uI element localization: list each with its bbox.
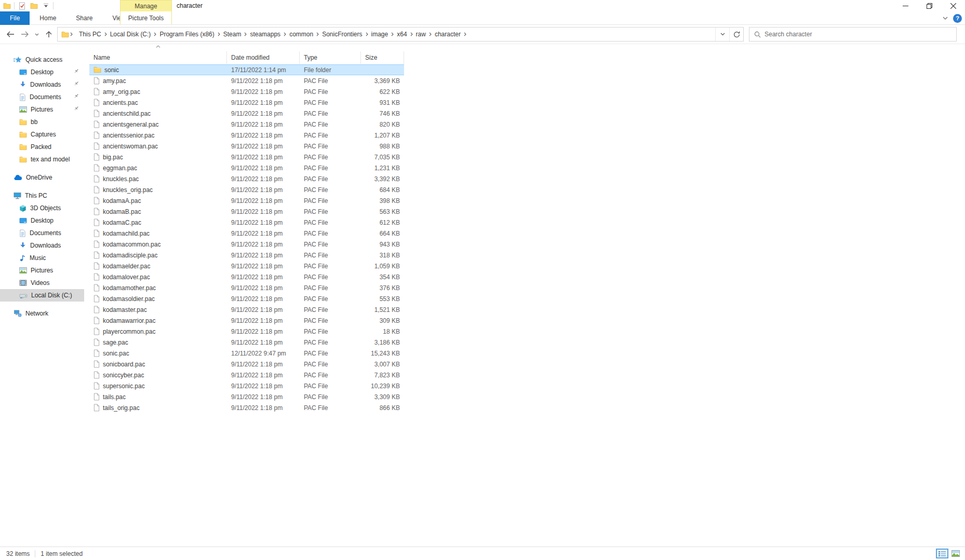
sidebar-item-local-disk-c-[interactable]: Local Disk (C:) [0,289,84,302]
file-row[interactable]: knuckles_orig.pac9/11/2022 1:18 pmPAC Fi… [89,184,404,195]
chevron-right-icon[interactable] [283,32,287,36]
tab-share[interactable]: Share [66,11,102,25]
recent-locations-icon[interactable] [33,28,41,40]
file-row[interactable]: amy.pac9/11/2022 1:18 pmPAC File3,369 KB [89,75,404,86]
sidebar-item-network[interactable]: Network [0,307,84,320]
file-row[interactable]: kodamadisciple.pac9/11/2022 1:18 pmPAC F… [89,250,404,261]
file-row[interactable]: sonic.pac12/11/2022 9:47 pmPAC File15,24… [89,348,404,359]
sidebar-item-videos[interactable]: Videos [0,277,84,289]
breadcrumb-item[interactable]: Local Disk (C:) [108,31,153,38]
address-bar[interactable]: This PCLocal Disk (C:)Program Files (x86… [57,27,744,42]
breadcrumb-item[interactable]: common [287,31,315,38]
breadcrumb-item[interactable]: raw [414,31,428,38]
file-row[interactable]: kodamalover.pac9/11/2022 1:18 pmPAC File… [89,271,404,282]
breadcrumb-item[interactable]: image [369,31,391,38]
breadcrumb-item[interactable]: SonicFrontiers [320,31,364,38]
sidebar-item-this-pc[interactable]: This PC [0,189,84,202]
sidebar-item-music[interactable]: Music [0,252,84,264]
sidebar-item-pictures[interactable]: Pictures [0,103,84,116]
minimize-button[interactable] [893,0,917,11]
column-header-size[interactable]: Size [361,51,404,64]
properties-check-icon[interactable] [17,1,26,10]
column-header-type[interactable]: Type [300,51,361,64]
tab-file[interactable]: File [0,11,30,25]
file-row[interactable]: kodamaA.pac9/11/2022 1:18 pmPAC File398 … [89,195,404,206]
sidebar-item-documents[interactable]: Documents [0,227,84,239]
sidebar-item-documents[interactable]: Documents [0,91,84,103]
folder-icon[interactable] [2,1,11,10]
customize-toolbar-arrow-icon[interactable] [41,1,50,10]
help-icon[interactable]: ? [953,14,962,23]
sidebar-item-tex-and-model[interactable]: tex and model [0,153,84,166]
sidebar-item-desktop[interactable]: Desktop [0,66,84,78]
file-row[interactable]: playercommon.pac9/11/2022 1:18 pmPAC Fil… [89,326,404,337]
file-row[interactable]: kodamaB.pac9/11/2022 1:18 pmPAC File563 … [89,206,404,217]
column-header-date-modified[interactable]: Date modified [227,51,300,64]
breadcrumb-item[interactable]: This PC [77,31,103,38]
file-row[interactable]: kodamawarrior.pac9/11/2022 1:18 pmPAC Fi… [89,315,404,326]
breadcrumb-item[interactable]: x64 [395,31,409,38]
file-row[interactable]: ancients.pac9/11/2022 1:18 pmPAC File931… [89,97,404,108]
file-row[interactable]: knuckles.pac9/11/2022 1:18 pmPAC File3,3… [89,173,404,184]
chevron-right-icon[interactable] [390,32,395,36]
file-row[interactable]: kodamacommon.pac9/11/2022 1:18 pmPAC Fil… [89,239,404,250]
address-dropdown-icon[interactable] [715,28,729,41]
file-row[interactable]: tails_orig.pac9/11/2022 1:18 pmPAC File8… [89,402,404,413]
file-row[interactable]: ancientssenior.pac9/11/2022 1:18 pmPAC F… [89,130,404,141]
file-row[interactable]: sonic17/11/2022 1:14 pmFile folder [89,64,404,75]
sidebar-item-onedrive[interactable]: OneDrive [0,171,84,184]
chevron-right-icon[interactable] [153,32,157,36]
sidebar-item-3d-objects[interactable]: 3D Objects [0,202,84,214]
close-button[interactable] [941,0,965,11]
back-button[interactable] [4,28,17,40]
file-row[interactable]: ancientschild.pac9/11/2022 1:18 pmPAC Fi… [89,108,404,119]
sidebar-item-quick-access[interactable]: Quick access [0,53,84,66]
sidebar-item-packed[interactable]: Packed [0,141,84,153]
file-row[interactable]: kodamasoldier.pac9/11/2022 1:18 pmPAC Fi… [89,293,404,304]
breadcrumb-item[interactable]: Program Files (x86) [157,31,216,38]
file-row[interactable]: ancientsgeneral.pac9/11/2022 1:18 pmPAC … [89,119,404,130]
refresh-icon[interactable] [729,28,743,41]
search-box[interactable]: Search character [749,27,957,42]
file-row[interactable]: sage.pac9/11/2022 1:18 pmPAC File3,186 K… [89,337,404,348]
file-row[interactable]: kodamamother.pac9/11/2022 1:18 pmPAC Fil… [89,282,404,293]
chevron-right-icon[interactable] [315,32,320,36]
chevron-right-icon[interactable] [103,32,108,36]
file-row[interactable]: tails.pac9/11/2022 1:18 pmPAC File3,309 … [89,391,404,402]
column-header-name[interactable]: Name [89,51,227,64]
sidebar-item-downloads[interactable]: Downloads [0,78,84,91]
tab-home[interactable]: Home [30,11,66,25]
details-view-button[interactable] [936,549,948,558]
file-row[interactable]: supersonic.pac9/11/2022 1:18 pmPAC File1… [89,380,404,391]
sidebar-item-desktop[interactable]: Desktop [0,214,84,227]
sidebar-item-downloads[interactable]: Downloads [0,239,84,252]
file-row[interactable]: amy_orig.pac9/11/2022 1:18 pmPAC File622… [89,86,404,97]
file-row[interactable]: kodamaelder.pac9/11/2022 1:18 pmPAC File… [89,261,404,271]
chevron-right-icon[interactable] [365,32,369,36]
file-row[interactable]: kodamaster.pac9/11/2022 1:18 pmPAC File1… [89,304,404,315]
file-row[interactable]: sonicboard.pac9/11/2022 1:18 pmPAC File3… [89,359,404,370]
tab-picture-tools[interactable]: Picture Tools [120,11,172,24]
chevron-right-icon[interactable] [428,32,433,36]
chevron-right-icon[interactable] [243,32,248,36]
forward-button[interactable] [19,28,31,40]
file-row[interactable]: ancientswoman.pac9/11/2022 1:18 pmPAC Fi… [89,141,404,152]
file-row[interactable]: kodamaC.pac9/11/2022 1:18 pmPAC File612 … [89,217,404,228]
sidebar-item-captures[interactable]: Captures [0,128,84,141]
file-row[interactable]: kodamachild.pac9/11/2022 1:18 pmPAC File… [89,228,404,239]
breadcrumb-item[interactable]: character [433,31,463,38]
breadcrumb-item[interactable]: Steam [221,31,244,38]
chevron-right-icon[interactable] [463,32,467,36]
file-row[interactable]: big.pac9/11/2022 1:18 pmPAC File7,035 KB [89,152,404,162]
new-folder-icon[interactable] [29,1,38,10]
chevron-right-icon[interactable] [217,32,221,36]
sidebar-item-bb[interactable]: bb [0,116,84,128]
thumbnails-view-button[interactable] [949,549,962,558]
file-row[interactable]: soniccyber.pac9/11/2022 1:18 pmPAC File7… [89,370,404,380]
restore-button[interactable] [917,0,941,11]
chevron-right-icon[interactable] [409,32,414,36]
breadcrumb-item[interactable]: steamapps [248,31,283,38]
collapse-ribbon-icon[interactable] [943,17,948,20]
sidebar-item-pictures[interactable]: Pictures [0,264,84,277]
file-row[interactable]: eggman.pac9/11/2022 1:18 pmPAC File1,231… [89,162,404,173]
